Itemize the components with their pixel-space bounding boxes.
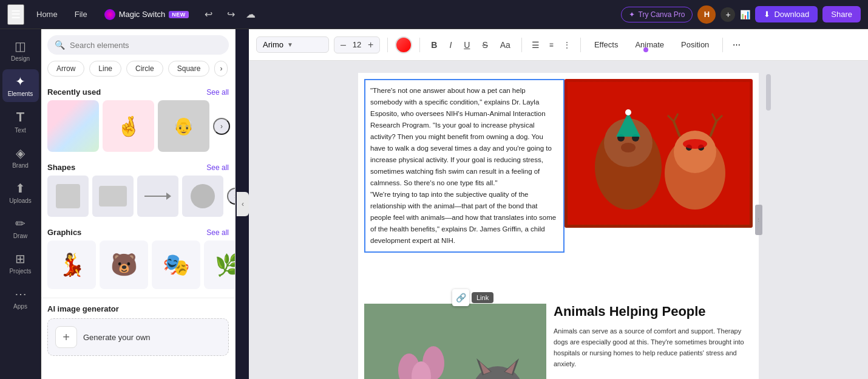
animals-svg (364, 304, 546, 379)
brand-icon: ◈ (16, 146, 25, 160)
shapes-next[interactable]: › (227, 188, 236, 205)
italic-button[interactable]: I (446, 38, 455, 52)
effects-button[interactable]: Effects (588, 37, 625, 52)
recent-item-2[interactable]: 👴 (158, 100, 209, 152)
search-icon: 🔍 (55, 40, 65, 50)
ai-plus-icon: + (55, 326, 77, 348)
animals-body-2: "Dogs are very present. If someone is st… (554, 376, 745, 379)
search-input[interactable] (70, 41, 222, 50)
top-bar-right: ✦ Try Canva Pro H + 📊 ⬇ Download Share (621, 5, 861, 24)
text-paragraph-1: "There's not one answer about how a pet … (370, 85, 558, 189)
link-icon-box[interactable]: 🔗 (452, 289, 469, 306)
sidebar-item-elements[interactable]: ✦ Elements (2, 69, 39, 102)
font-size-group: – 12 + (334, 36, 380, 53)
stats-icon[interactable]: 📊 (740, 10, 750, 19)
graphic-item-2[interactable]: 🎭 (152, 241, 200, 289)
chip-more[interactable]: › (214, 61, 228, 77)
square-shape (56, 184, 80, 208)
graphics-see-all[interactable]: See all (206, 228, 229, 237)
recent-item-0[interactable] (47, 100, 99, 152)
elements-icon: ✦ (15, 74, 25, 89)
toolbar-divider-4 (580, 38, 581, 52)
shapes-row: › (41, 176, 235, 223)
align-center-button[interactable]: ≡ (547, 38, 556, 52)
recent-item-1[interactable]: 🤞 (103, 100, 154, 152)
sidebar-label-brand: Brand (12, 162, 29, 169)
graphic-item-3[interactable]: 🌿 (204, 241, 235, 289)
try-canva-button[interactable]: ✦ Try Canva Pro (621, 7, 693, 22)
shape-rect-item[interactable] (92, 176, 134, 217)
shapes-see-all[interactable]: See all (206, 163, 229, 172)
download-button[interactable]: ⬇ Download (755, 6, 818, 22)
sidebar-item-uploads[interactable]: ⬆ Uploads (2, 176, 39, 209)
canvas-page[interactable]: "There's not one answer about how a pet … (358, 73, 759, 379)
sticker-icon: 🎭 (163, 252, 190, 278)
elements-panel: 🔍 Arrow Line Circle Square › Recently us… (41, 29, 236, 379)
chip-line[interactable]: Line (89, 61, 121, 77)
graphic-item-0[interactable]: 💃 (47, 241, 96, 289)
undo-button[interactable]: ↩ (201, 6, 216, 22)
chip-circle[interactable]: Circle (126, 61, 163, 77)
hide-panel-button[interactable]: ‹ (237, 192, 249, 216)
file-button[interactable]: File (70, 7, 92, 21)
redo-button[interactable]: ↪ (223, 6, 239, 22)
magic-switch-button[interactable]: Magic Switch NEW (100, 7, 194, 22)
top-bar-left: ☰ Home File Magic Switch NEW ↩ ↪ ☁ (7, 4, 611, 25)
animals-title: Animals Helping People (554, 304, 745, 319)
text-block-1[interactable]: "There's not one answer about how a pet … (364, 79, 565, 253)
font-size-decrease[interactable]: – (339, 39, 347, 50)
add-collaborator-button[interactable]: + (721, 7, 735, 22)
more-options-button[interactable]: ⋯ (730, 38, 743, 52)
strikethrough-button[interactable]: S (478, 38, 491, 52)
magic-switch-label: Magic Switch (119, 10, 166, 19)
animals-text-content: Animals Helping People Animals can serve… (546, 304, 753, 379)
chips-row: Arrow Line Circle Square › (41, 61, 235, 83)
graphic-item-1[interactable]: 🐻 (100, 241, 148, 289)
shape-line-item[interactable] (137, 176, 178, 217)
recently-used-see-all[interactable]: See all (206, 88, 229, 97)
hamburger-menu[interactable]: ☰ (7, 4, 24, 25)
text-paragraph-2: "We're trying to tap into the subjective… (370, 189, 558, 247)
sidebar-item-design[interactable]: ◫ Design (2, 34, 39, 67)
font-size-increase[interactable]: + (367, 39, 375, 50)
text-icon: T (16, 109, 24, 125)
sidebar-label-projects: Projects (9, 268, 31, 275)
sidebar-item-draw[interactable]: ✏ Draw (2, 211, 39, 244)
chip-square[interactable]: Square (168, 61, 210, 77)
draw-icon: ✏ (15, 216, 25, 231)
recently-used-title: Recently used (47, 87, 101, 97)
text-color-button[interactable] (395, 36, 412, 53)
shape-square-item[interactable] (47, 176, 89, 217)
sidebar-item-text[interactable]: T Text (2, 104, 39, 138)
recently-used-header: Recently used See all (41, 83, 235, 100)
cloud-icon: ☁ (246, 9, 256, 20)
sidebar-item-apps[interactable]: ⋯ Apps (2, 282, 39, 315)
position-button[interactable]: Position (675, 37, 715, 52)
resize-handle[interactable]: ⋮ (755, 205, 762, 235)
scroll-thumb[interactable] (766, 74, 771, 111)
page-wrapper: "There's not one answer about how a pet … (358, 73, 759, 367)
align-right-button[interactable]: ⋮ (561, 38, 573, 52)
home-button[interactable]: Home (32, 7, 63, 21)
bold-button[interactable]: B (427, 38, 441, 52)
align-left-button[interactable]: ☰ (529, 38, 542, 52)
magic-switch-icon (104, 9, 115, 20)
font-selector[interactable]: Arimo ▼ (256, 36, 329, 53)
shape-circle-item[interactable] (182, 176, 223, 217)
chip-arrow[interactable]: Arrow (47, 61, 84, 77)
bear-icon: 🐻 (110, 252, 138, 278)
recently-used-next[interactable]: › (213, 118, 230, 135)
user-avatar[interactable]: H (697, 5, 716, 24)
graphics-header: Graphics See all (41, 223, 235, 241)
sidebar-label-uploads: Uploads (9, 197, 32, 204)
animate-button[interactable]: Animate (629, 37, 670, 52)
share-button[interactable]: Share (822, 6, 861, 22)
ai-generate-button[interactable]: + Generate your own (47, 318, 229, 356)
toolbar-divider-2 (419, 38, 420, 52)
case-button[interactable]: Aa (497, 38, 514, 52)
sidebar-item-projects[interactable]: ⊞ Projects (2, 247, 39, 279)
shapes-header: Shapes See all (41, 158, 235, 176)
sidebar-item-brand[interactable]: ◈ Brand (2, 141, 39, 174)
sidebar-label-apps: Apps (13, 303, 27, 310)
underline-button[interactable]: U (460, 38, 473, 52)
